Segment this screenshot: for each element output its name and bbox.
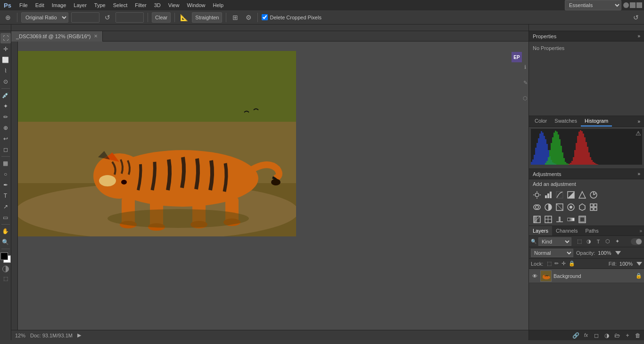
adj-posterize-icon[interactable] — [543, 214, 553, 225]
gradient-tool[interactable]: ▦ — [0, 158, 11, 168]
adj-invert-icon[interactable] — [532, 214, 542, 225]
close-button[interactable] — [636, 2, 642, 8]
brush-tool[interactable]: ✏ — [0, 112, 11, 122]
foreground-color[interactable] — [0, 252, 8, 260]
dodge-tool[interactable]: ○ — [0, 169, 11, 179]
history-tool[interactable]: ↩ — [0, 134, 11, 144]
crop-height-input[interactable] — [116, 12, 144, 23]
adj-photofilter-icon[interactable] — [554, 202, 565, 212]
hand-tool[interactable]: ✋ — [0, 226, 11, 236]
adj-vibrance-icon[interactable] — [577, 190, 587, 200]
adj-levels-icon[interactable] — [543, 190, 553, 200]
adjustments-expand-icon[interactable]: » — [637, 171, 640, 176]
menu-edit[interactable]: Edit — [32, 1, 48, 9]
swap-icon[interactable]: ↺ — [102, 12, 113, 23]
adj-hsl-icon[interactable] — [588, 190, 599, 200]
lock-brush-icon[interactable]: ✏ — [554, 260, 559, 267]
add-mask-button[interactable]: ◻ — [592, 331, 601, 340]
menu-filter[interactable]: Filter — [132, 1, 149, 9]
add-style-button[interactable]: fx — [582, 331, 590, 340]
crop-tool[interactable]: ⛶ — [0, 33, 11, 43]
layer-visibility-icon[interactable]: 👁 — [531, 272, 538, 280]
lock-pixels-icon[interactable]: ⬚ — [547, 260, 552, 267]
undo-icon[interactable]: ↺ — [631, 12, 641, 23]
workspace-select[interactable]: Essentials — [565, 0, 621, 10]
tool-options-icon[interactable]: ⊕ — [3, 12, 13, 23]
filter-adj-icon[interactable]: ◑ — [585, 237, 593, 246]
straighten-button[interactable]: Straighten — [192, 12, 222, 23]
color-swatches[interactable] — [0, 252, 11, 263]
menu-3d[interactable]: 3D — [151, 1, 164, 9]
menu-help[interactable]: Help — [210, 1, 227, 9]
tab-swatches[interactable]: Swatches — [551, 116, 581, 126]
adj-channelmixer-icon[interactable] — [566, 202, 576, 212]
tab-layers[interactable]: Layers — [529, 226, 552, 235]
crop-width-input[interactable] — [71, 12, 99, 23]
adj-grid-icon[interactable] — [588, 202, 599, 212]
canvas-edit-icon[interactable]: ✎ — [523, 80, 528, 86]
histogram-expand-icon[interactable]: » — [636, 117, 642, 126]
delete-layer-button[interactable]: 🗑 — [634, 331, 642, 340]
lock-position-icon[interactable]: ✛ — [561, 260, 566, 267]
clear-button[interactable]: Clear — [152, 12, 171, 23]
move-tool[interactable]: ✛ — [0, 44, 11, 54]
adj-brightness-icon[interactable] — [532, 190, 542, 200]
tab-channels[interactable]: Channels — [552, 226, 581, 235]
adj-bw-icon[interactable] — [543, 202, 553, 212]
canvas-hex-icon[interactable]: ⬡ — [523, 95, 528, 101]
healing-tool[interactable]: ✦ — [0, 101, 11, 111]
canvas-area[interactable]: EP ℹ ✎ ⬡ — [18, 42, 528, 330]
menu-type[interactable]: Type — [91, 1, 109, 9]
filter-type-icon[interactable]: T — [594, 237, 603, 246]
add-adjustment-button[interactable]: ◑ — [603, 331, 611, 340]
tab-color[interactable]: Color — [531, 116, 551, 126]
menu-image[interactable]: Image — [49, 1, 70, 9]
new-layer-button[interactable]: + — [623, 331, 632, 340]
adj-gradientmap-icon[interactable] — [566, 214, 576, 225]
adj-colorbalance-icon[interactable] — [532, 202, 542, 212]
adj-exposure-icon[interactable] — [566, 190, 576, 200]
filter-toggle[interactable] — [631, 238, 642, 245]
tab-histogram[interactable]: Histogram — [581, 116, 612, 126]
lasso-tool[interactable]: ⌇ — [0, 66, 11, 76]
layers-expand-icon[interactable]: » — [637, 227, 644, 235]
fill-value[interactable]: 100% — [619, 261, 633, 267]
menu-select[interactable]: Select — [110, 1, 131, 9]
close-tab-icon[interactable]: ✕ — [94, 34, 98, 39]
eraser-tool[interactable]: ◻ — [0, 144, 11, 155]
menu-view[interactable]: View — [165, 1, 183, 9]
adj-threshold-icon[interactable] — [554, 214, 565, 225]
select-rect-tool[interactable]: ⬜ — [0, 55, 11, 65]
quick-mask-btn[interactable] — [0, 265, 11, 273]
lock-all-icon[interactable]: 🔒 — [569, 260, 575, 267]
delete-cropped-checkbox[interactable]: Delete Cropped Pixels — [262, 14, 321, 20]
type-tool[interactable]: T — [0, 191, 11, 201]
path-select-tool[interactable]: ↗ — [0, 201, 11, 212]
properties-expand-icon[interactable]: » — [637, 34, 640, 39]
layer-filter-select[interactable]: Kind — [538, 237, 571, 246]
tab-paths[interactable]: Paths — [582, 226, 603, 235]
adj-selectivecolor-icon[interactable] — [577, 214, 587, 225]
gear-icon[interactable]: ⚙ — [243, 12, 254, 23]
adj-colorlookup-icon[interactable] — [577, 202, 587, 212]
quick-select-tool[interactable]: ⊙ — [0, 76, 11, 87]
edit-plane-button[interactable]: EP — [512, 52, 522, 62]
eyedropper-tool[interactable]: 💉 — [0, 90, 11, 101]
blend-mode-select[interactable]: Normal — [531, 249, 573, 257]
menu-layer[interactable]: Layer — [70, 1, 90, 9]
filter-smart-icon[interactable]: ✦ — [613, 237, 621, 246]
canvas-info-icon[interactable]: ℹ — [524, 64, 526, 70]
crop-ratio-select[interactable]: Original Ratio — [21, 12, 68, 23]
straighten-icon[interactable]: 📐 — [179, 12, 189, 23]
add-group-button[interactable]: 🗁 — [613, 331, 621, 340]
document-tab[interactable]: _DSC3069.tif @ 12% (RGB/16*) ✕ — [11, 31, 103, 42]
maximize-button[interactable] — [630, 2, 636, 8]
grid-icon[interactable]: ⊞ — [230, 12, 240, 23]
filter-shape-icon[interactable]: ⬡ — [603, 237, 612, 246]
shape-tool[interactable]: ▭ — [0, 212, 11, 223]
clone-tool[interactable]: ⊕ — [0, 123, 11, 133]
minimize-button[interactable] — [623, 2, 629, 8]
menu-file[interactable]: File — [16, 1, 31, 9]
zoom-tool[interactable]: 🔍 — [0, 237, 11, 247]
pen-tool[interactable]: ✒ — [0, 180, 11, 190]
